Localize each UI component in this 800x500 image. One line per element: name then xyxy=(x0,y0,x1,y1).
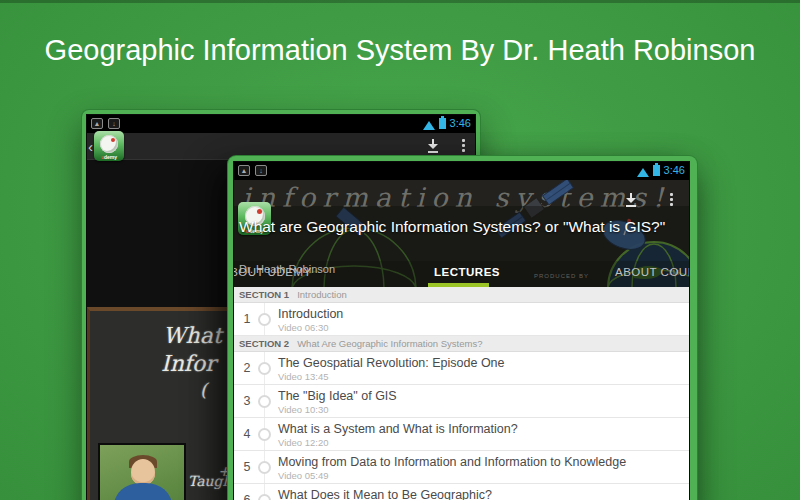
lecture-number: 2 xyxy=(237,361,257,375)
front-tablet-screen: ▲ ↓ 3:46 information systems! xyxy=(233,161,690,500)
udemy-globe-icon xyxy=(100,135,118,153)
section-label: SECTION 2 xyxy=(239,338,289,349)
lecture-row-2[interactable]: 2 The Geospatial Revolution: Episode One… xyxy=(234,352,689,385)
tab-about-udemy[interactable]: ABOUT UDEMY xyxy=(234,266,312,278)
lecture-meta: Video 13:45 xyxy=(278,371,329,382)
lecture-title: What is a System and What is Information… xyxy=(278,422,518,436)
lecture-title: Moving from Data to Information and Info… xyxy=(278,455,626,469)
course-header-image: information systems! xyxy=(234,180,689,287)
lecture-row-5[interactable]: 5 Moving from Data to Information and In… xyxy=(234,451,689,484)
page-title: Geographic Information System By Dr. Hea… xyxy=(0,34,800,67)
section-header-1: SECTION 1 Introduction xyxy=(234,287,689,303)
overflow-menu-icon[interactable] xyxy=(458,138,469,153)
back-status-bar: ▲ ↓ 3:46 xyxy=(87,115,475,133)
gallery-notification-icon: ▲ xyxy=(238,165,250,176)
chalk-text-line3: ( xyxy=(200,379,207,400)
lecture-number: 6 xyxy=(237,493,257,500)
wifi-icon xyxy=(637,168,649,177)
back-chevron-icon[interactable]: ‹ xyxy=(88,133,93,160)
download-button[interactable] xyxy=(624,193,638,207)
progress-circle-icon xyxy=(258,461,271,474)
lecture-row-3[interactable]: 3 The "Big Idea" of GIS Video 10:30 xyxy=(234,385,689,418)
lecture-list: SECTION 1 Introduction 1 Introduction Vi… xyxy=(234,287,689,500)
tab-lectures[interactable]: LECTURES xyxy=(434,266,500,278)
battery-icon xyxy=(653,165,660,176)
udemy-app-icon[interactable]: udemy xyxy=(94,131,124,161)
download-notification-icon: ↓ xyxy=(255,165,267,176)
lecture-title: The "Big Idea" of GIS xyxy=(278,389,397,403)
clock: 3:46 xyxy=(450,117,471,129)
lecture-meta: Video 12:20 xyxy=(278,437,329,448)
promo-banner: Geographic Information System By Dr. Hea… xyxy=(0,0,800,100)
udemy-wordmark: udemy xyxy=(94,154,124,160)
lecture-row-6[interactable]: 6 What Does it Mean to Be Geographic? xyxy=(234,484,689,500)
lecture-title: Introduction xyxy=(278,307,343,321)
photo-shirt xyxy=(114,483,172,500)
section-name: Introduction xyxy=(297,289,347,300)
gallery-notification-icon: ▲ xyxy=(91,118,103,129)
section-label: SECTION 1 xyxy=(239,289,289,300)
course-title: What are Geographic Information Systems?… xyxy=(239,216,684,237)
download-button[interactable] xyxy=(426,139,440,153)
chalk-text-line1: What xyxy=(163,323,222,348)
front-status-bar: ▲ ↓ 3:46 xyxy=(234,162,689,180)
progress-circle-icon xyxy=(258,428,271,441)
instructor-photo xyxy=(98,443,186,500)
lecture-meta: Video 05:49 xyxy=(278,470,329,481)
progress-circle-icon xyxy=(258,362,271,375)
front-tablet-screenshot: ▲ ↓ 3:46 information systems! xyxy=(228,156,697,500)
battery-icon xyxy=(439,118,446,129)
lecture-row-4[interactable]: 4 What is a System and What is Informati… xyxy=(234,418,689,451)
overflow-menu-icon[interactable] xyxy=(666,192,677,207)
progress-circle-icon xyxy=(258,395,271,408)
lecture-number: 5 xyxy=(237,460,257,474)
download-notification-icon: ↓ xyxy=(108,118,120,129)
lecture-number: 1 xyxy=(237,312,257,326)
lecture-number: 4 xyxy=(237,427,257,441)
photo-face xyxy=(131,459,155,485)
lecture-title: What Does it Mean to Be Geographic? xyxy=(278,488,492,500)
lecture-title: The Geospatial Revolution: Episode One xyxy=(278,356,505,370)
tab-bar: ABOUT UDEMY LECTURES ABOUT COURSE xyxy=(234,261,689,287)
section-header-2: SECTION 2 What Are Geographic Informatio… xyxy=(234,336,689,352)
progress-circle-icon xyxy=(258,494,271,500)
progress-circle-icon xyxy=(258,313,271,326)
tab-about-course[interactable]: ABOUT COURSE xyxy=(615,266,689,278)
lecture-meta: Video 10:30 xyxy=(278,404,329,415)
lecture-row-1[interactable]: 1 Introduction Video 06:30 xyxy=(234,303,689,336)
clock: 3:46 xyxy=(664,164,685,176)
chalk-text-line2: Infor xyxy=(161,351,216,376)
section-name: What Are Geographic Information Systems? xyxy=(297,338,482,349)
lecture-meta: Video 06:30 xyxy=(278,322,329,333)
lecture-number: 3 xyxy=(237,394,257,408)
wifi-icon xyxy=(423,121,435,130)
